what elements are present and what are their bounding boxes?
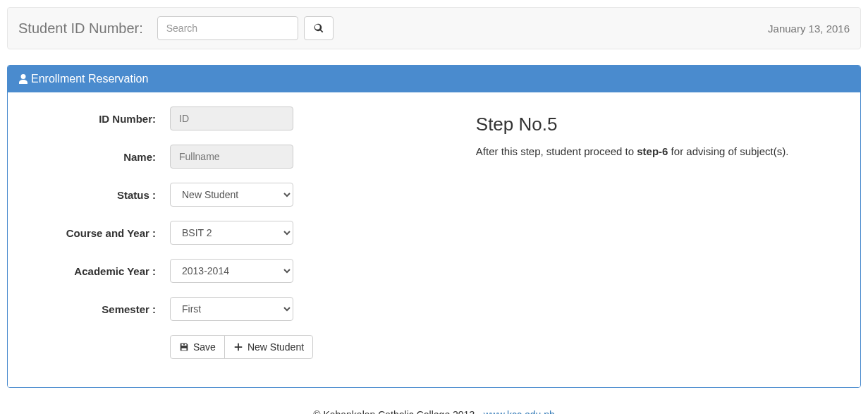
save-label: Save xyxy=(193,341,216,353)
panel-title: Enrollment Reservation xyxy=(31,73,148,85)
button-row: Save New Student xyxy=(170,335,420,359)
step-text: After this step, student proceed to step… xyxy=(476,145,850,157)
search-group xyxy=(157,16,334,40)
row-ay: Academic Year : 2013-2014 xyxy=(18,259,420,283)
topbar: Student ID Number: January 13, 2016 xyxy=(7,7,861,49)
panel-header: Enrollment Reservation xyxy=(8,66,860,92)
row-status: Status : New Student xyxy=(18,183,420,207)
footer-link[interactable]: www.kcc.edu.ph xyxy=(484,409,555,414)
step-prefix: After this step, student proceed to xyxy=(476,145,637,157)
step-bold: step-6 xyxy=(637,145,668,157)
row-name: Name: xyxy=(18,145,420,169)
row-id: ID Number: xyxy=(18,106,420,130)
plus-icon xyxy=(233,342,243,352)
new-student-label: New Student xyxy=(247,341,304,353)
save-icon xyxy=(179,342,189,352)
search-icon xyxy=(314,23,324,33)
user-icon xyxy=(18,73,28,85)
id-label: ID Number: xyxy=(18,113,170,125)
footer-text: © Kabankalan Catholic College 2013 - xyxy=(313,409,483,414)
info-column: Step No.5 After this step, student proce… xyxy=(448,106,850,359)
save-button[interactable]: Save xyxy=(170,335,225,359)
topbar-label: Student ID Number: xyxy=(18,20,143,37)
name-label: Name: xyxy=(18,151,170,163)
row-course: Course and Year : BSIT 2 xyxy=(18,221,420,245)
status-select[interactable]: New Student xyxy=(170,183,293,207)
panel-enrollment: Enrollment Reservation ID Number: Name: … xyxy=(7,65,861,388)
ay-select[interactable]: 2013-2014 xyxy=(170,259,293,283)
status-label: Status : xyxy=(18,189,170,201)
ay-label: Academic Year : xyxy=(18,265,170,277)
form-column: ID Number: Name: Status : New Student Co… xyxy=(18,106,420,359)
step-suffix: for advising of subject(s). xyxy=(668,145,788,157)
topbar-date: January 13, 2016 xyxy=(768,23,850,35)
id-field xyxy=(170,106,293,130)
sem-select[interactable]: First xyxy=(170,297,293,321)
search-input[interactable] xyxy=(157,16,298,40)
course-label: Course and Year : xyxy=(18,227,170,239)
row-sem: Semester : First xyxy=(18,297,420,321)
footer: © Kabankalan Catholic College 2013 - www… xyxy=(0,409,868,414)
course-select[interactable]: BSIT 2 xyxy=(170,221,293,245)
step-title: Step No.5 xyxy=(476,114,850,135)
panel-body: ID Number: Name: Status : New Student Co… xyxy=(8,92,860,387)
search-button[interactable] xyxy=(304,16,334,40)
new-student-button[interactable]: New Student xyxy=(224,335,313,359)
sem-label: Semester : xyxy=(18,303,170,315)
name-field xyxy=(170,145,293,169)
